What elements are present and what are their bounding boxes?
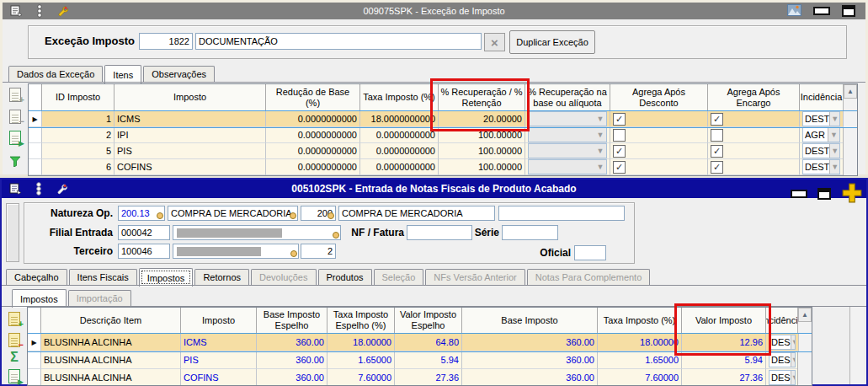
table-row[interactable]: ▶ 1 ICMS 0.0000000000 18.0000000000 20.0… bbox=[29, 111, 857, 127]
incidencia-combo: DEST▼ bbox=[802, 143, 840, 158]
cell-id[interactable]: 1 bbox=[42, 111, 114, 127]
filial-desc-field[interactable] bbox=[173, 225, 341, 240]
col-agrega-apos-encargo[interactable]: Agrega Após Encargo bbox=[708, 84, 800, 111]
col-reducao-base[interactable]: Redução de Base (%) bbox=[266, 84, 360, 111]
col-id-imposto[interactable]: ID Imposto bbox=[42, 84, 114, 111]
delete-record-icon[interactable]: − bbox=[7, 332, 22, 347]
panel-scrollbar[interactable] bbox=[849, 307, 864, 384]
terceiro-qty-field[interactable]: 2 bbox=[301, 244, 336, 259]
cell-imposto[interactable]: ICMS bbox=[114, 111, 266, 127]
terceiro-code-field[interactable]: 100046 bbox=[118, 244, 170, 259]
col-base-imposto[interactable]: Base Imposto bbox=[462, 308, 598, 334]
titlebar[interactable]: 009075SPK - Exceção de Imposto bbox=[3, 3, 865, 19]
table-row[interactable]: BLUSINHA ALCINHA PIS 360.00 1.65000 5.94… bbox=[28, 351, 812, 369]
natureza-code-field[interactable]: 200.13 bbox=[118, 206, 165, 221]
col-incidencia[interactable]: Incidência bbox=[766, 308, 799, 334]
insert-record-icon[interactable]: + bbox=[8, 87, 23, 102]
form-icon bbox=[7, 182, 24, 196]
recuperacao-base-combo: ▼ bbox=[528, 159, 607, 174]
export-record-icon[interactable]: ▶ bbox=[8, 130, 23, 145]
col-agrega-apos-desconto[interactable]: Agrega Após Desconto bbox=[610, 84, 708, 111]
table-row[interactable]: 6 COFINS 0.0000000000 0.0000000000 100.0… bbox=[29, 159, 857, 175]
subtab-impostos[interactable]: Impostos bbox=[12, 289, 67, 308]
tab-itens[interactable]: Itens bbox=[104, 65, 141, 83]
tab-produtos[interactable]: Produtos bbox=[318, 269, 372, 286]
chevron-down-icon: ▼ bbox=[829, 112, 839, 126]
subtabstrip: Impostos Importação bbox=[12, 289, 133, 307]
serie-field[interactable] bbox=[502, 225, 558, 240]
col-taxa-imposto-espelho[interactable]: Taxa Imposto Espelho (%) bbox=[327, 308, 395, 334]
plus-close-icon[interactable] bbox=[841, 183, 863, 205]
duplicar-excecao-button[interactable]: Duplicar Exceção bbox=[509, 30, 595, 54]
col-taxa-imposto[interactable]: Taxa Imposto (%) bbox=[360, 84, 439, 111]
col-base-imposto-espelho[interactable]: Base Imposto Espelho bbox=[257, 308, 327, 334]
recuperacao-base-combo: ▼ bbox=[528, 111, 607, 126]
col-valor-imposto-espelho[interactable]: Valor Imposto Espelho bbox=[395, 308, 462, 334]
natureza-extra-field[interactable] bbox=[498, 206, 625, 221]
sum-sigma-icon[interactable]: Σ bbox=[7, 350, 22, 365]
minimize-button[interactable] bbox=[813, 7, 830, 15]
col-recuperacao-retencao[interactable]: % Recuperação / % Retenção bbox=[439, 84, 525, 111]
col-imposto[interactable]: Imposto bbox=[114, 84, 266, 111]
excecao-description-field[interactable]: DOCUMENTAÇÃO bbox=[195, 33, 482, 50]
traffic-light-icon bbox=[31, 4, 48, 18]
grid-scrollbar[interactable]: ▲ bbox=[843, 84, 857, 175]
picture-icon[interactable] bbox=[787, 4, 801, 18]
table-row[interactable]: 2 IPI 0.0000000000 0.0000000000 100.0000… bbox=[29, 127, 857, 143]
clear-button[interactable]: × bbox=[484, 33, 505, 51]
tab-itens-fiscais[interactable]: Itens Fiscais bbox=[69, 269, 137, 286]
incidencia-combo: AGR▼ bbox=[802, 127, 840, 142]
oficial-label: Oficial bbox=[507, 245, 571, 260]
terceiro-desc-field[interactable] bbox=[173, 244, 299, 259]
col-incidencia[interactable]: Incidência bbox=[800, 84, 844, 111]
table-header-row: Descrição Item Imposto Base Imposto Espe… bbox=[28, 308, 812, 334]
col-imposto[interactable]: Imposto bbox=[181, 308, 257, 334]
wrench-icon bbox=[55, 4, 72, 18]
tab-impostos[interactable]: Impostos bbox=[139, 268, 194, 287]
oficial-field[interactable] bbox=[574, 245, 606, 260]
tab-cabecalho[interactable]: Cabeçalho bbox=[6, 269, 67, 286]
excecao-code-field[interactable]: 1822 bbox=[139, 33, 193, 50]
excecao-imposto-label: Exceção Imposto bbox=[40, 34, 135, 49]
chevron-down-icon: ▼ bbox=[791, 335, 796, 349]
maximize-button[interactable] bbox=[817, 188, 831, 200]
minimize-button[interactable] bbox=[791, 190, 807, 198]
export-record-icon[interactable]: ▶ bbox=[7, 368, 22, 383]
natureza-code2-field[interactable]: 200 bbox=[301, 206, 336, 221]
nf-fatura-field[interactable] bbox=[407, 225, 472, 240]
insert-record-icon[interactable]: + bbox=[7, 311, 22, 326]
agrega-encargo-checkbox: ✓ bbox=[711, 145, 723, 158]
tab-observacoes[interactable]: Observações bbox=[143, 66, 215, 83]
natureza-desc-field[interactable]: COMPRA DE MERCADORIA bbox=[168, 206, 298, 221]
window-excecao-imposto: 009075SPK - Exceção de Imposto Exceção I… bbox=[0, 0, 868, 174]
table-row[interactable]: ▶ BLUSINHA ALCINHA ICMS 360.00 18.00000 … bbox=[28, 334, 812, 351]
tab-dados-da-excecao[interactable]: Dados da Exceção bbox=[8, 66, 103, 83]
incidencia-combo: DEST▼ bbox=[802, 159, 840, 174]
scroll-up-icon: ▲ bbox=[844, 84, 857, 99]
incidencia-combo: DES▼ bbox=[769, 335, 796, 350]
col-descricao-item[interactable]: Descrição Item bbox=[41, 308, 181, 334]
row-indicator: ▶ bbox=[31, 339, 36, 346]
table-row[interactable]: 5 PIS 0.0000000000 0.0000000000 100.0000… bbox=[29, 143, 857, 159]
tabstrip: Cabeçalho Itens Fiscais Impostos Retorno… bbox=[6, 266, 652, 286]
col-taxa-imposto[interactable]: Taxa Imposto (%) bbox=[598, 308, 682, 334]
natureza-desc2-field[interactable]: COMPRA DE MERCADORIA bbox=[338, 206, 495, 221]
tab-nfs-versao-anterior: NFs Versão Anterior bbox=[425, 269, 525, 286]
maximize-button[interactable] bbox=[842, 5, 855, 17]
filter-funnel-icon[interactable] bbox=[8, 153, 23, 169]
titlebar[interactable]: 005102SPK - Entrada de Notas Fiscais de … bbox=[2, 180, 866, 198]
impostos-excecao-table: ID Imposto Imposto Redução de Base (%) T… bbox=[28, 83, 858, 176]
table-row[interactable]: BLUSINHA ALCINHA COFINS 360.00 7.60000 2… bbox=[28, 369, 812, 386]
recuperacao-base-combo: ▼ bbox=[528, 143, 607, 158]
tab-retornos[interactable]: Retornos bbox=[194, 269, 249, 286]
filial-code-field[interactable]: 000042 bbox=[118, 225, 170, 240]
recuperacao-base-combo: ▼ bbox=[528, 127, 607, 142]
row-indicator: ▶ bbox=[32, 115, 37, 123]
agrega-encargo-checkbox bbox=[711, 129, 723, 142]
agrega-desconto-checkbox: ✓ bbox=[613, 145, 626, 158]
delete-record-icon[interactable]: − bbox=[8, 109, 23, 124]
redacted-text bbox=[177, 228, 282, 238]
redacted-text bbox=[177, 247, 261, 256]
col-valor-imposto[interactable]: Valor Imposto bbox=[682, 308, 766, 334]
col-recuperacao-base-aliquota[interactable]: % Recuperação na base ou alíquota bbox=[525, 84, 610, 111]
